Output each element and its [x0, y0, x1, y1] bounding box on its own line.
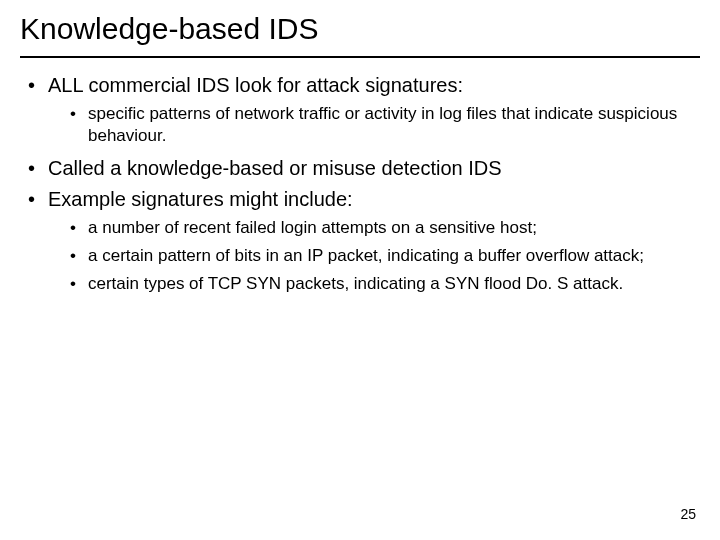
bullet-text: ALL commercial IDS look for attack signa… [48, 74, 463, 96]
list-item: a certain pattern of bits in an IP packe… [70, 245, 700, 267]
bullet-text: specific patterns of network traffic or … [88, 104, 677, 145]
page-number: 25 [680, 506, 696, 522]
list-item: Example signatures might include: a numb… [26, 186, 700, 295]
list-item: certain types of TCP SYN packets, indica… [70, 273, 700, 295]
list-item: Called a knowledge-based or misuse detec… [26, 155, 700, 182]
list-item: a number of recent failed login attempts… [70, 217, 700, 239]
bullet-text: Called a knowledge-based or misuse detec… [48, 157, 502, 179]
slide-title: Knowledge-based IDS [20, 12, 700, 52]
list-item: specific patterns of network traffic or … [70, 103, 700, 147]
bullet-list: ALL commercial IDS look for attack signa… [20, 72, 700, 295]
sub-list: specific patterns of network traffic or … [48, 103, 700, 147]
bullet-text: certain types of TCP SYN packets, indica… [88, 274, 623, 293]
slide: Knowledge-based IDS ALL commercial IDS l… [0, 0, 720, 540]
bullet-text: a certain pattern of bits in an IP packe… [88, 246, 644, 265]
bullet-text: a number of recent failed login attempts… [88, 218, 537, 237]
title-rule [20, 56, 700, 58]
bullet-text: Example signatures might include: [48, 188, 353, 210]
list-item: ALL commercial IDS look for attack signa… [26, 72, 700, 147]
sub-list: a number of recent failed login attempts… [48, 217, 700, 295]
